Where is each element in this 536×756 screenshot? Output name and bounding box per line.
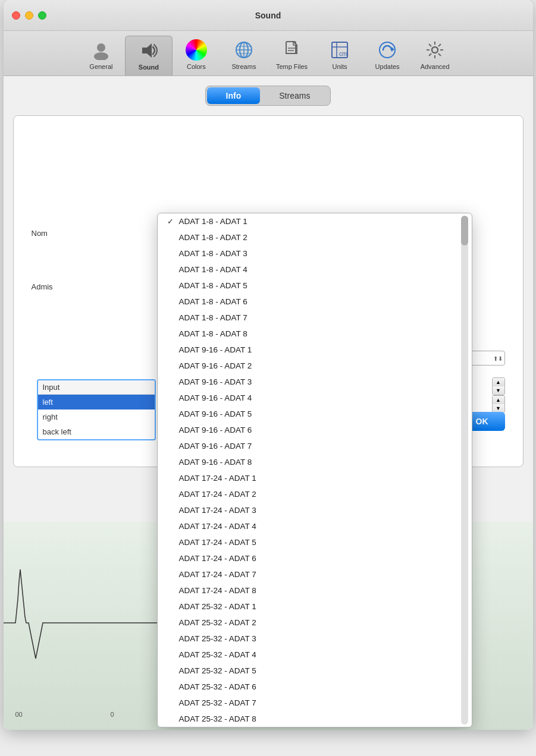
toolbar-item-colors[interactable]: Colors [173, 36, 220, 75]
dropdown-item-label-10: ADAT 9-16 - ADAT 3 [179, 377, 252, 386]
streams-icon [233, 39, 255, 61]
dropdown-item-7[interactable]: ADAT 1-8 - ADAT 8 [158, 326, 472, 342]
dropdown-item-label-18: ADAT 17-24 - ADAT 3 [179, 506, 256, 515]
dropdown-item-18[interactable]: ADAT 17-24 - ADAT 3 [158, 502, 472, 518]
input-list-item-right[interactable]: right [38, 410, 155, 424]
admis-label: Admis [32, 282, 53, 291]
dropdown-item-3[interactable]: ADAT 1-8 - ADAT 4 [158, 262, 472, 278]
dropdown-item-label-26: ADAT 25-32 - ADAT 3 [179, 634, 256, 643]
dropdown-item-26[interactable]: ADAT 25-32 - ADAT 3 [158, 631, 472, 647]
dropdown-item-23[interactable]: ADAT 17-24 - ADAT 8 [158, 582, 472, 598]
stepper-down-btn[interactable]: ▼ [493, 386, 504, 395]
toolbar-item-streams[interactable]: Streams [220, 36, 268, 75]
stepper2: ▲ ▼ [492, 395, 505, 413]
input-list-panel: Input left right back left [37, 379, 156, 440]
dropdown-item-6[interactable]: ADAT 1-8 - ADAT 7 [158, 310, 472, 326]
tempfiles-label: Temp Files [276, 63, 308, 70]
dropdown-item-19[interactable]: ADAT 17-24 - ADAT 4 [158, 518, 472, 534]
dropdown-item-label-20: ADAT 17-24 - ADAT 5 [179, 538, 256, 547]
dropdown-item-label-6: ADAT 1-8 - ADAT 7 [179, 313, 247, 322]
input-list-item-backleft[interactable]: back left [38, 424, 155, 439]
info-tab[interactable]: Info [207, 87, 261, 104]
dropdown-item-30[interactable]: ADAT 25-32 - ADAT 7 [158, 695, 472, 711]
dropdown-scrollbar-thumb[interactable] [461, 216, 468, 245]
dropdown-item-9[interactable]: ADAT 9-16 - ADAT 2 [158, 358, 472, 374]
dropdown-item-5[interactable]: ADAT 1-8 - ADAT 6 [158, 294, 472, 310]
check-mark-0: ✓ [167, 217, 179, 226]
streams-tab[interactable]: Streams [260, 87, 329, 104]
dropdown-item-27[interactable]: ADAT 25-32 - ADAT 4 [158, 647, 472, 663]
dropdown-item-14[interactable]: ADAT 9-16 - ADAT 7 [158, 438, 472, 454]
streams-label: Streams [231, 63, 256, 70]
titlebar: Sound [4, 0, 533, 31]
dropdown-item-0[interactable]: ✓ADAT 1-8 - ADAT 1 [158, 213, 472, 229]
dropdown-item-label-28: ADAT 25-32 - ADAT 5 [179, 666, 256, 675]
dropdown-item-label-19: ADAT 17-24 - ADAT 4 [179, 522, 256, 531]
dropdown-item-label-17: ADAT 17-24 - ADAT 2 [179, 490, 256, 499]
dropdown-item-label-1: ADAT 1-8 - ADAT 2 [179, 233, 247, 242]
toolbar-item-units[interactable]: cm Units [316, 36, 363, 75]
dropdown-item-4[interactable]: ADAT 1-8 - ADAT 5 [158, 278, 472, 294]
svg-point-19 [432, 47, 438, 53]
stepper2-up-btn[interactable]: ▲ [493, 396, 504, 404]
dropdown-list: ✓ADAT 1-8 - ADAT 1ADAT 1-8 - ADAT 2ADAT … [158, 213, 472, 727]
svg-line-24 [429, 44, 431, 46]
svg-point-1 [94, 52, 108, 60]
dropdown-item-label-9: ADAT 9-16 - ADAT 2 [179, 361, 252, 370]
nom-label: Nom [32, 229, 48, 238]
advanced-icon [424, 39, 446, 61]
general-icon [90, 39, 112, 61]
dropdown-item-label-25: ADAT 25-32 - ADAT 2 [179, 618, 256, 627]
dropdown-item-15[interactable]: ADAT 9-16 - ADAT 8 [158, 454, 472, 470]
dropdown-item-label-0: ADAT 1-8 - ADAT 1 [179, 217, 247, 226]
updates-label: Updates [375, 63, 400, 70]
dropdown-item-22[interactable]: ADAT 17-24 - ADAT 7 [158, 566, 472, 582]
toolbar-item-sound[interactable]: Sound [125, 36, 173, 75]
dropdown-item-1[interactable]: ADAT 1-8 - ADAT 2 [158, 229, 472, 245]
svg-line-26 [438, 44, 441, 46]
dropdown-item-31[interactable]: ADAT 25-32 - ADAT 8 [158, 711, 472, 727]
toolbar-item-tempfiles[interactable]: Temp Files [268, 36, 316, 75]
svg-line-25 [438, 53, 441, 56]
dropdown-item-label-21: ADAT 17-24 - ADAT 6 [179, 554, 256, 563]
toolbar-item-general[interactable]: General [77, 36, 125, 75]
dropdown-item-10[interactable]: ADAT 9-16 - ADAT 3 [158, 374, 472, 390]
dropdown-item-2[interactable]: ADAT 1-8 - ADAT 3 [158, 245, 472, 262]
dropdown-item-12[interactable]: ADAT 9-16 - ADAT 5 [158, 406, 472, 422]
dropdown-item-25[interactable]: ADAT 25-32 - ADAT 2 [158, 615, 472, 631]
toolbar-item-advanced[interactable]: Advanced [411, 36, 459, 75]
dropdown-item-17[interactable]: ADAT 17-24 - ADAT 2 [158, 486, 472, 502]
stepper2-down-btn[interactable]: ▼ [493, 404, 504, 412]
dropdown-item-8[interactable]: ADAT 9-16 - ADAT 1 [158, 342, 472, 358]
dropdown-item-20[interactable]: ADAT 17-24 - ADAT 5 [158, 534, 472, 550]
dropdown-item-13[interactable]: ADAT 9-16 - ADAT 6 [158, 422, 472, 438]
toolbar-item-updates[interactable]: Updates [363, 36, 411, 75]
dropdown-item-28[interactable]: ADAT 25-32 - ADAT 5 [158, 663, 472, 679]
time-label-mid: 0 [111, 711, 114, 718]
close-button[interactable] [12, 11, 20, 20]
dropdown-item-label-31: ADAT 25-32 - ADAT 8 [179, 714, 256, 723]
dropdown-item-label-3: ADAT 1-8 - ADAT 4 [179, 265, 247, 274]
minimize-button[interactable] [25, 11, 33, 20]
colors-label: Colors [187, 63, 206, 70]
content-area: Info Streams Nom Admis left ⬆⬇ [4, 76, 533, 730]
dropdown-item-24[interactable]: ADAT 25-32 - ADAT 1 [158, 598, 472, 615]
toolbar-items: General Sound Colors [77, 36, 459, 75]
stepper-up: ▲ ▼ [492, 377, 505, 395]
dropdown-item-label-2: ADAT 1-8 - ADAT 3 [179, 249, 247, 258]
dropdown-item-29[interactable]: ADAT 25-32 - ADAT 6 [158, 679, 472, 695]
stepper-up-btn[interactable]: ▲ [493, 378, 504, 386]
dropdown-item-label-14: ADAT 9-16 - ADAT 7 [179, 442, 252, 451]
units-icon: cm [329, 39, 350, 61]
dropdown-item-16[interactable]: ADAT 17-24 - ADAT 1 [158, 470, 472, 486]
units-label: Units [333, 63, 347, 70]
maximize-button[interactable] [38, 11, 46, 20]
dropdown-item-11[interactable]: ADAT 9-16 - ADAT 4 [158, 390, 472, 406]
dropdown-overlay: ✓ADAT 1-8 - ADAT 1ADAT 1-8 - ADAT 2ADAT … [157, 213, 472, 727]
toolbar: General Sound Colors [4, 31, 533, 76]
dropdown-item-label-4: ADAT 1-8 - ADAT 5 [179, 281, 247, 290]
dropdown-item-21[interactable]: ADAT 17-24 - ADAT 6 [158, 550, 472, 566]
input-list-item-left[interactable]: left [38, 395, 155, 410]
segmented-wrapper: Info Streams [205, 86, 331, 106]
dropdown-item-label-30: ADAT 25-32 - ADAT 7 [179, 698, 256, 707]
